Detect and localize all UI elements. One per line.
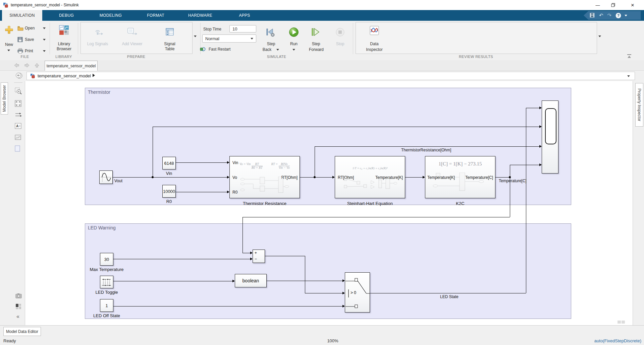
block-scope[interactable] (542, 100, 558, 174)
wire[interactable] (265, 256, 305, 256)
save-icon[interactable] (17, 37, 23, 42)
step-back-caret[interactable] (276, 49, 279, 51)
tab-apps[interactable]: APPS (233, 10, 256, 21)
run-caret[interactable] (292, 49, 295, 51)
signal-arrows-icon[interactable] (15, 112, 22, 118)
document-tab[interactable]: temperature_sensor_model (45, 61, 98, 71)
wire[interactable] (243, 253, 250, 253)
signal-table-button[interactable]: Signal Table (160, 42, 179, 52)
block-constant-vin[interactable]: 6148 (162, 157, 176, 169)
new-icon[interactable] (4, 25, 14, 34)
h-scrollbar-chip[interactable] (622, 321, 625, 324)
model-canvas[interactable]: Thermistor LED Warning ThermistorResista… (25, 81, 633, 325)
tab-hardware[interactable]: HARDWARE (185, 10, 215, 21)
block-boolean-conversion[interactable]: boolean (235, 274, 267, 287)
save-caret[interactable] (43, 39, 46, 41)
tab-format[interactable]: FORMAT (142, 10, 169, 21)
quick-save-icon[interactable] (590, 13, 595, 18)
zoom-region-icon[interactable] (15, 87, 22, 95)
area-box-icon[interactable] (15, 145, 20, 152)
tab-simulation[interactable]: SIMULATION (2, 10, 42, 21)
nav-back-icon[interactable] (13, 63, 19, 68)
wire[interactable] (176, 192, 227, 192)
wire[interactable] (526, 108, 539, 108)
hide-palette-icon[interactable] (16, 73, 21, 78)
screenshot-camera-icon[interactable] (15, 293, 22, 298)
model-data-editor-tab[interactable]: Model Data Editor (3, 327, 41, 336)
signal-label-temperature-c[interactable]: Temperature[C] (499, 179, 527, 183)
wire[interactable] (113, 306, 342, 306)
sim-mode-dropdown[interactable]: Normal (202, 34, 256, 43)
image-icon[interactable] (15, 135, 21, 140)
wire[interactable] (153, 127, 539, 127)
print-caret[interactable] (43, 50, 46, 52)
block-constant-led-off-state[interactable]: 1 (100, 299, 113, 312)
step-back-icon[interactable] (265, 27, 276, 38)
minimize-button[interactable]: — (590, 0, 605, 10)
wire[interactable] (510, 165, 539, 165)
library-browser-button[interactable]: Library Browser (53, 42, 75, 52)
add-viewer-button[interactable]: Add Viewer (121, 42, 143, 47)
close-button[interactable]: ✕ (621, 0, 644, 10)
open-icon[interactable] (17, 26, 23, 31)
block-led-toggle[interactable] (100, 276, 113, 288)
wire[interactable] (113, 259, 250, 259)
prepare-gallery-caret[interactable] (194, 36, 197, 37)
maximize-button[interactable] (606, 0, 621, 10)
fit-to-view-icon[interactable] (15, 100, 21, 107)
undo-icon[interactable]: ↶ (599, 13, 603, 18)
viewmarks-icon[interactable] (15, 303, 21, 309)
log-signals-button[interactable]: Log Signals (87, 42, 109, 47)
nav-forward-icon[interactable] (24, 63, 30, 68)
signal-table-icon[interactable] (166, 28, 174, 36)
signal-label-thermistor-resistance[interactable]: ThermistorResistance[Ohm] (401, 148, 451, 152)
data-inspector-icon[interactable] (370, 26, 379, 35)
wire[interactable] (267, 281, 342, 281)
area-led-warning[interactable]: LED Warning (85, 223, 571, 319)
breadcrumb-dropdown-caret[interactable] (627, 75, 630, 77)
fast-restart-icon[interactable] (200, 46, 206, 52)
breadcrumb-model-name[interactable]: temperature_sensor_model (38, 73, 91, 78)
run-button[interactable]: Run (288, 42, 300, 47)
open-caret[interactable] (43, 27, 46, 29)
property-inspector-tab[interactable]: Property Inspector (635, 83, 643, 127)
nav-up-icon[interactable] (34, 63, 40, 68)
block-switch[interactable]: > 0 (345, 272, 370, 313)
new-caret[interactable] (7, 50, 10, 51)
help-icon[interactable]: ? (615, 13, 621, 18)
block-steinhart-hart[interactable]: 1/T = c₀ + c₁ln(R) + c₂ln(R)³ RT[Ohm] Te… (335, 156, 405, 198)
tab-modeling[interactable]: MODELING (96, 10, 126, 21)
wire[interactable] (243, 217, 243, 253)
quick-access-menu-caret[interactable] (625, 15, 627, 16)
wire[interactable] (315, 146, 539, 147)
collapse-palette-icon[interactable]: « (16, 314, 19, 320)
new-button[interactable]: New (2, 42, 16, 47)
block-constant-max-temperature[interactable]: 30 (100, 253, 113, 266)
breadcrumb-expand-icon[interactable] (93, 74, 95, 77)
library-browser-icon[interactable] (59, 25, 69, 35)
wire[interactable] (113, 281, 232, 281)
signal-label-led-state[interactable]: LED State (440, 294, 459, 299)
wire[interactable] (510, 165, 510, 177)
wire[interactable] (243, 217, 510, 217)
status-solver[interactable]: auto(FixedStepDiscrete) (594, 338, 641, 343)
block-constant-r0[interactable]: 10000 (162, 185, 176, 198)
block-sine-wave[interactable] (99, 170, 113, 184)
step-back-button-line2[interactable]: Back (258, 47, 276, 52)
open-button[interactable]: Open (25, 26, 40, 31)
h-scrollbar-chip[interactable] (618, 321, 621, 324)
wire[interactable] (176, 162, 227, 163)
step-back-button-line1[interactable]: Step (262, 42, 280, 47)
wire[interactable] (370, 293, 526, 293)
wire[interactable] (495, 177, 510, 178)
breadcrumb[interactable]: temperature_sensor_model (26, 72, 635, 80)
step-forward-icon[interactable] (310, 27, 321, 37)
data-inspector-button-line1[interactable]: Data (366, 42, 383, 47)
run-icon[interactable] (288, 27, 299, 38)
annotation-icon[interactable]: A (15, 123, 21, 129)
wire[interactable] (153, 127, 153, 177)
step-forward-button-line2[interactable]: Forward (307, 47, 326, 52)
block-k2c[interactable]: 1[C] = 1[K] − 273.15 Temperature[K] Temp… (425, 156, 495, 198)
data-inspector-button-line2[interactable]: Inspector (364, 47, 385, 52)
wire[interactable] (305, 293, 342, 293)
